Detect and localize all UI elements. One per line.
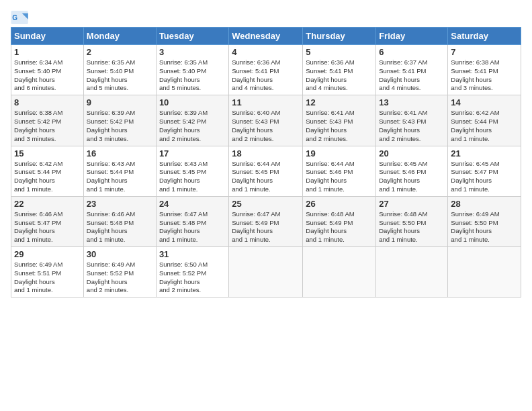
calendar-cell [229, 247, 303, 298]
day-info: Sunrise: 6:35 AMSunset: 5:40 PMDaylight … [87, 58, 153, 93]
day-number: 3 [159, 47, 226, 57]
day-number: 8 [14, 97, 81, 107]
day-number: 7 [451, 47, 518, 57]
day-info: Sunrise: 6:35 AMSunset: 5:40 PMDaylight … [159, 58, 226, 93]
day-info: Sunrise: 6:49 AMSunset: 5:52 PMDaylight … [87, 261, 153, 295]
calendar-cell: 15Sunrise: 6:42 AMSunset: 5:44 PMDayligh… [11, 146, 84, 196]
calendar-cell: 14Sunrise: 6:42 AMSunset: 5:44 PMDayligh… [448, 95, 521, 146]
day-number: 12 [306, 97, 373, 107]
day-info: Sunrise: 6:40 AMSunset: 5:43 PMDaylight … [232, 109, 300, 143]
week-row-3: 15Sunrise: 6:42 AMSunset: 5:44 PMDayligh… [11, 146, 521, 196]
day-number: 15 [14, 148, 81, 158]
day-number: 29 [14, 249, 81, 259]
day-info: Sunrise: 6:49 AMSunset: 5:50 PMDaylight … [451, 210, 518, 244]
calendar-header-row: SundayMondayTuesdayWednesdayThursdayFrid… [11, 28, 521, 45]
week-row-1: 1Sunrise: 6:34 AMSunset: 5:40 PMDaylight… [11, 45, 521, 95]
day-info: Sunrise: 6:46 AMSunset: 5:48 PMDaylight … [87, 210, 153, 244]
day-info: Sunrise: 6:37 AMSunset: 5:41 PMDaylight … [379, 58, 445, 93]
day-info: Sunrise: 6:42 AMSunset: 5:44 PMDaylight … [14, 160, 81, 194]
day-number: 26 [306, 199, 373, 209]
calendar-cell: 9Sunrise: 6:39 AMSunset: 5:42 PMDaylight… [83, 95, 156, 146]
calendar-cell: 24Sunrise: 6:47 AMSunset: 5:48 PMDayligh… [156, 196, 228, 246]
day-number: 1 [14, 47, 81, 57]
day-number: 4 [232, 47, 300, 57]
day-info: Sunrise: 6:47 AMSunset: 5:49 PMDaylight … [232, 210, 300, 244]
day-number: 9 [87, 97, 153, 107]
day-number: 20 [379, 148, 445, 158]
day-number: 18 [232, 148, 300, 158]
header: G [11, 11, 521, 24]
calendar-cell: 10Sunrise: 6:39 AMSunset: 5:42 PMDayligh… [156, 95, 228, 146]
day-number: 16 [87, 148, 153, 158]
day-number: 27 [379, 199, 445, 209]
calendar-cell: 13Sunrise: 6:41 AMSunset: 5:43 PMDayligh… [376, 95, 448, 146]
day-info: Sunrise: 6:47 AMSunset: 5:48 PMDaylight … [159, 210, 226, 244]
day-info: Sunrise: 6:39 AMSunset: 5:42 PMDaylight … [87, 109, 153, 143]
day-number: 6 [379, 47, 445, 57]
day-info: Sunrise: 6:48 AMSunset: 5:50 PMDaylight … [379, 210, 445, 244]
calendar-cell: 8Sunrise: 6:38 AMSunset: 5:42 PMDaylight… [11, 95, 84, 146]
day-info: Sunrise: 6:46 AMSunset: 5:47 PMDaylight … [14, 210, 81, 244]
header-friday: Friday [376, 28, 448, 45]
calendar-cell: 16Sunrise: 6:43 AMSunset: 5:44 PMDayligh… [83, 146, 156, 196]
calendar-cell: 1Sunrise: 6:34 AMSunset: 5:40 PMDaylight… [11, 45, 84, 95]
day-info: Sunrise: 6:48 AMSunset: 5:49 PMDaylight … [306, 210, 373, 244]
day-info: Sunrise: 6:43 AMSunset: 5:45 PMDaylight … [159, 160, 226, 194]
calendar-cell [376, 247, 448, 298]
calendar-cell: 12Sunrise: 6:41 AMSunset: 5:43 PMDayligh… [303, 95, 376, 146]
calendar-cell [303, 247, 376, 298]
day-number: 24 [159, 199, 226, 209]
calendar-cell: 5Sunrise: 6:36 AMSunset: 5:41 PMDaylight… [303, 45, 376, 95]
calendar-cell: 22Sunrise: 6:46 AMSunset: 5:47 PMDayligh… [11, 196, 84, 246]
day-info: Sunrise: 6:49 AMSunset: 5:51 PMDaylight … [14, 261, 81, 295]
calendar-cell: 29Sunrise: 6:49 AMSunset: 5:51 PMDayligh… [11, 247, 84, 298]
day-number: 21 [451, 148, 518, 158]
header-sunday: Sunday [11, 28, 84, 45]
header-tuesday: Tuesday [156, 28, 228, 45]
day-info: Sunrise: 6:36 AMSunset: 5:41 PMDaylight … [232, 58, 300, 93]
week-row-2: 8Sunrise: 6:38 AMSunset: 5:42 PMDaylight… [11, 95, 521, 146]
calendar-cell: 25Sunrise: 6:47 AMSunset: 5:49 PMDayligh… [229, 196, 303, 246]
header-thursday: Thursday [303, 28, 376, 45]
day-info: Sunrise: 6:41 AMSunset: 5:43 PMDaylight … [306, 109, 373, 143]
day-info: Sunrise: 6:38 AMSunset: 5:42 PMDaylight … [14, 109, 81, 143]
calendar-cell: 4Sunrise: 6:36 AMSunset: 5:41 PMDaylight… [229, 45, 303, 95]
day-info: Sunrise: 6:34 AMSunset: 5:40 PMDaylight … [14, 58, 81, 93]
calendar-cell: 20Sunrise: 6:45 AMSunset: 5:46 PMDayligh… [376, 146, 448, 196]
day-number: 17 [159, 148, 226, 158]
calendar-cell: 26Sunrise: 6:48 AMSunset: 5:49 PMDayligh… [303, 196, 376, 246]
header-monday: Monday [83, 28, 156, 45]
day-number: 22 [14, 199, 81, 209]
header-wednesday: Wednesday [229, 28, 303, 45]
day-info: Sunrise: 6:36 AMSunset: 5:41 PMDaylight … [306, 58, 373, 93]
day-info: Sunrise: 6:44 AMSunset: 5:46 PMDaylight … [306, 160, 373, 194]
week-row-5: 29Sunrise: 6:49 AMSunset: 5:51 PMDayligh… [11, 247, 521, 298]
day-number: 23 [87, 199, 153, 209]
day-info: Sunrise: 6:44 AMSunset: 5:45 PMDaylight … [232, 160, 300, 194]
logo: G [11, 11, 32, 24]
day-number: 2 [87, 47, 153, 57]
main-container: G SundayMondayTuesdayWednesdayThursdayFr… [0, 0, 532, 303]
day-info: Sunrise: 6:50 AMSunset: 5:52 PMDaylight … [159, 261, 226, 295]
day-number: 5 [306, 47, 373, 57]
day-info: Sunrise: 6:38 AMSunset: 5:41 PMDaylight … [451, 58, 518, 93]
calendar-cell: 27Sunrise: 6:48 AMSunset: 5:50 PMDayligh… [376, 196, 448, 246]
day-info: Sunrise: 6:39 AMSunset: 5:42 PMDaylight … [159, 109, 226, 143]
day-number: 28 [451, 199, 518, 209]
calendar-cell: 28Sunrise: 6:49 AMSunset: 5:50 PMDayligh… [448, 196, 521, 246]
day-number: 13 [379, 97, 445, 107]
calendar-cell: 21Sunrise: 6:45 AMSunset: 5:47 PMDayligh… [448, 146, 521, 196]
calendar-cell: 18Sunrise: 6:44 AMSunset: 5:45 PMDayligh… [229, 146, 303, 196]
day-info: Sunrise: 6:42 AMSunset: 5:44 PMDaylight … [451, 109, 518, 143]
calendar-cell: 31Sunrise: 6:50 AMSunset: 5:52 PMDayligh… [156, 247, 228, 298]
day-info: Sunrise: 6:45 AMSunset: 5:46 PMDaylight … [379, 160, 445, 194]
calendar-cell: 7Sunrise: 6:38 AMSunset: 5:41 PMDaylight… [448, 45, 521, 95]
calendar-cell: 3Sunrise: 6:35 AMSunset: 5:40 PMDaylight… [156, 45, 228, 95]
calendar-cell: 6Sunrise: 6:37 AMSunset: 5:41 PMDaylight… [376, 45, 448, 95]
day-number: 11 [232, 97, 300, 107]
calendar-cell: 23Sunrise: 6:46 AMSunset: 5:48 PMDayligh… [83, 196, 156, 246]
week-row-4: 22Sunrise: 6:46 AMSunset: 5:47 PMDayligh… [11, 196, 521, 246]
day-info: Sunrise: 6:43 AMSunset: 5:44 PMDaylight … [87, 160, 153, 194]
calendar-cell: 19Sunrise: 6:44 AMSunset: 5:46 PMDayligh… [303, 146, 376, 196]
calendar-cell: 11Sunrise: 6:40 AMSunset: 5:43 PMDayligh… [229, 95, 303, 146]
